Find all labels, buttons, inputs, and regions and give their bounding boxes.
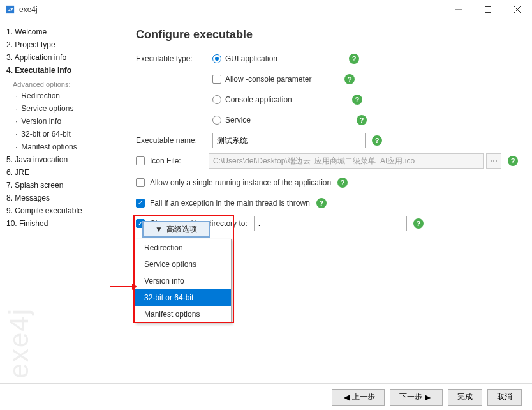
annotation-arrow — [110, 281, 137, 292]
checkbox-fail-exception-label: Fail if an exception in the main thread … — [150, 199, 310, 208]
step-jre[interactable]: 6. JRE — [6, 166, 124, 179]
checkbox-single-instance[interactable] — [136, 178, 145, 187]
content-panel: Configure executable Executable type: GU… — [124, 19, 532, 383]
radio-console-application[interactable] — [212, 95, 221, 104]
checkbox-allow-console-param[interactable] — [212, 75, 221, 84]
icon-file-label: Icon File: — [150, 156, 209, 165]
radio-service[interactable] — [212, 116, 221, 125]
menu-redirection[interactable]: Redirection — [135, 239, 231, 256]
radio-gui-label: GUI application — [225, 54, 277, 63]
step-compile-executable[interactable]: 9. Compile executable — [6, 204, 124, 217]
advanced-options-button[interactable]: ▼ 高级选项 — [142, 221, 210, 238]
menu-version-info[interactable]: Version info — [135, 273, 231, 289]
substep-service-options[interactable]: Service options — [6, 102, 124, 115]
substep-redirection[interactable]: Redirection — [6, 89, 124, 102]
menu-32-64-bit[interactable]: 32-bit or 64-bit — [135, 289, 231, 306]
prev-button[interactable]: ◀上一步 — [332, 389, 385, 406]
step-messages[interactable]: 8. Messages — [6, 192, 124, 204]
page-title: Configure executable — [136, 28, 518, 42]
svg-rect-2 — [485, 6, 491, 12]
exec-name-label: Executable name: — [136, 136, 212, 145]
help-icon[interactable]: ? — [316, 198, 327, 208]
titlebar: exe4j — [0, 0, 532, 19]
cwd-input[interactable] — [254, 216, 407, 231]
help-icon[interactable]: ? — [413, 218, 424, 229]
checkbox-allow-console-label: Allow -console parameter — [225, 75, 311, 84]
menu-service-options[interactable]: Service options — [135, 256, 231, 273]
browse-button[interactable]: ⋯ — [486, 153, 501, 169]
help-icon[interactable]: ? — [337, 178, 348, 188]
maximize-button[interactable] — [473, 0, 503, 19]
help-icon[interactable]: ? — [352, 95, 362, 105]
svg-rect-0 — [6, 5, 14, 13]
help-icon[interactable]: ? — [349, 54, 359, 64]
sidebar: 1. Welcome 2. Project type 3. Applicatio… — [0, 19, 124, 383]
menu-manifest-options[interactable]: Manifest options — [135, 306, 231, 323]
radio-gui-application[interactable] — [212, 54, 221, 63]
help-icon[interactable]: ? — [344, 74, 355, 84]
substep-32-64-bit[interactable]: 32-bit or 64-bit — [6, 128, 124, 140]
checkbox-single-instance-label: Allow only a single running instance of … — [150, 178, 331, 187]
minimize-button[interactable] — [444, 0, 473, 19]
triangle-right-icon: ▶ — [425, 393, 431, 402]
step-executable-info[interactable]: 4. Executable info — [6, 64, 124, 77]
advanced-options-header: Advanced options: — [6, 77, 124, 89]
substep-manifest-options[interactable]: Manifest options — [6, 140, 124, 153]
finish-button[interactable]: 完成 — [448, 389, 482, 406]
exec-type-label: Executable type: — [136, 54, 212, 63]
help-icon[interactable]: ? — [508, 156, 518, 166]
step-splash-screen[interactable]: 7. Splash screen — [6, 179, 124, 192]
step-application-info[interactable]: 3. Application info — [6, 51, 124, 64]
step-java-invocation[interactable]: 5. Java invocation — [6, 153, 124, 166]
advanced-options-label: 高级选项 — [166, 224, 197, 235]
checkbox-icon-file[interactable] — [136, 156, 145, 165]
icon-file-input — [209, 153, 484, 169]
close-button[interactable] — [503, 0, 532, 19]
radio-console-label: Console application — [225, 95, 292, 104]
step-welcome[interactable]: 1. Welcome — [6, 26, 124, 38]
window-title: exe4j — [19, 5, 444, 14]
footer: ◀上一步 下一步▶ 完成 取消 — [0, 383, 532, 410]
svg-marker-6 — [132, 284, 137, 290]
help-icon[interactable]: ? — [357, 115, 367, 125]
watermark: exe4j — [4, 308, 34, 378]
step-project-type[interactable]: 2. Project type — [6, 38, 124, 51]
advanced-options-menu: Redirection Service options Version info… — [135, 239, 232, 323]
radio-service-label: Service — [225, 116, 251, 125]
help-icon[interactable]: ? — [372, 135, 382, 146]
next-button[interactable]: 下一步▶ — [390, 389, 443, 406]
cancel-button[interactable]: 取消 — [487, 389, 522, 406]
triangle-left-icon: ◀ — [344, 393, 350, 402]
app-icon — [5, 4, 15, 15]
triangle-down-icon: ▼ — [155, 225, 163, 234]
exec-name-input[interactable] — [212, 133, 366, 148]
substep-version-info[interactable]: Version info — [6, 115, 124, 128]
checkbox-fail-exception[interactable] — [136, 199, 145, 208]
step-finished[interactable]: 10. Finished — [6, 217, 124, 230]
